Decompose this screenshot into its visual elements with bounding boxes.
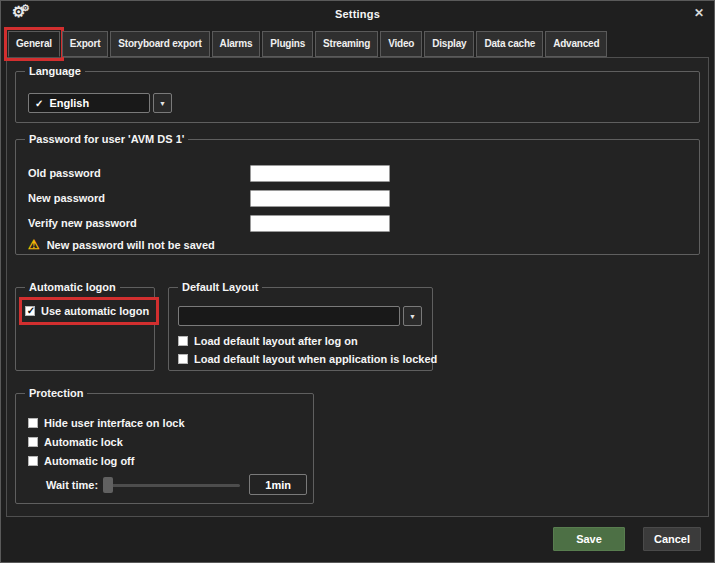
automatic-logoff-checkbox[interactable] <box>28 456 38 466</box>
chevron-down-icon: ▼ <box>159 100 166 107</box>
verify-password-row: Verify new password <box>28 213 699 233</box>
chevron-down-icon: ▼ <box>409 313 416 320</box>
default-layout-group-title: Default Layout <box>178 281 262 293</box>
general-tab-panel: Language ✓ English ▼ Password for user '… <box>6 57 709 517</box>
tab-strip: General Export Storyboard export Alarms … <box>8 31 607 57</box>
protection-group-title: Protection <box>25 387 87 399</box>
password-warning-text: New password will not be saved <box>47 239 215 251</box>
protection-group: Protection Hide user interface on lock A… <box>15 393 314 504</box>
load-layout-after-logon-row[interactable]: Load default layout after log on <box>178 335 432 347</box>
language-dropdown[interactable]: ✓ English ▼ <box>28 93 699 113</box>
password-group: Password for user 'AVM DS 1' Old passwor… <box>15 139 700 255</box>
tab-display[interactable]: Display <box>424 31 474 57</box>
new-password-row: New password <box>28 188 699 208</box>
hide-ui-on-lock-checkbox[interactable] <box>28 418 38 428</box>
wait-time-label: Wait time: <box>46 479 98 491</box>
default-layout-dropdown[interactable]: ▼ <box>178 306 432 326</box>
title-bar: ⚙⚙ Settings ✕ <box>1 1 714 29</box>
tab-streaming[interactable]: Streaming <box>315 31 378 57</box>
automatic-logoff-row[interactable]: Automatic log off <box>28 455 313 467</box>
automatic-lock-label: Automatic lock <box>44 436 123 448</box>
tab-video[interactable]: Video <box>380 31 422 57</box>
language-group-title: Language <box>25 65 85 77</box>
slider-handle[interactable] <box>103 477 113 493</box>
logon-layout-row: Automatic logon ✓ Use automatic logon De… <box>15 287 700 371</box>
language-group: Language ✓ English ▼ <box>15 71 700 123</box>
password-group-title: Password for user 'AVM DS 1' <box>25 133 188 145</box>
wait-time-row: Wait time: 1min <box>28 474 313 495</box>
old-password-field[interactable] <box>250 165 390 182</box>
automatic-logon-group-title: Automatic logon <box>25 281 120 293</box>
use-automatic-logon-label: Use automatic logon <box>41 305 149 317</box>
language-selected-label: English <box>49 97 89 109</box>
old-password-label: Old password <box>28 167 250 179</box>
save-button[interactable]: Save <box>553 527 625 551</box>
tab-data-cache[interactable]: Data cache <box>476 31 543 57</box>
settings-dialog: ⚙⚙ Settings ✕ General Export Storyboard … <box>0 0 715 563</box>
load-layout-when-locked-row[interactable]: Load default layout when application is … <box>178 353 432 365</box>
cancel-button[interactable]: Cancel <box>643 527 701 551</box>
checkmark-icon: ✓ <box>26 305 36 317</box>
use-automatic-logon-row[interactable]: ✓ Use automatic logon <box>25 305 149 317</box>
warning-icon: ⚠ <box>28 238 40 251</box>
checkmark-icon: ✓ <box>35 98 43 109</box>
load-layout-after-logon-label: Load default layout after log on <box>194 335 358 347</box>
password-warning: ⚠ New password will not be saved <box>28 238 699 251</box>
load-layout-when-locked-label: Load default layout when application is … <box>194 353 437 365</box>
footer-buttons: Save Cancel <box>553 527 701 551</box>
wait-time-value: 1min <box>249 474 307 495</box>
slider-track <box>103 484 240 487</box>
tab-general[interactable]: General <box>8 31 60 57</box>
automatic-lock-row[interactable]: Automatic lock <box>28 436 313 448</box>
tab-export[interactable]: Export <box>62 31 108 57</box>
language-dropdown-button[interactable]: ▼ <box>153 93 172 113</box>
tab-advanced[interactable]: Advanced <box>545 31 607 57</box>
automatic-logon-group: Automatic logon ✓ Use automatic logon <box>15 287 155 371</box>
language-dropdown-value[interactable]: ✓ English <box>28 93 150 113</box>
close-icon[interactable]: ✕ <box>694 7 704 19</box>
tab-alarms[interactable]: Alarms <box>212 31 261 57</box>
default-layout-dropdown-value[interactable] <box>178 306 400 326</box>
new-password-field[interactable] <box>250 190 390 207</box>
wait-time-slider[interactable] <box>103 477 240 493</box>
automatic-lock-checkbox[interactable] <box>28 437 38 447</box>
tab-storyboard-export[interactable]: Storyboard export <box>110 31 209 57</box>
verify-password-field[interactable] <box>250 215 390 232</box>
hide-ui-on-lock-label: Hide user interface on lock <box>44 417 185 429</box>
use-automatic-logon-highlight: ✓ Use automatic logon <box>19 297 159 325</box>
load-layout-when-locked-checkbox[interactable] <box>178 354 188 364</box>
default-layout-group: Default Layout ▼ Load default layout aft… <box>168 287 433 371</box>
old-password-row: Old password <box>28 163 699 183</box>
dialog-title: Settings <box>1 8 714 20</box>
use-automatic-logon-checkbox[interactable]: ✓ <box>25 306 35 316</box>
load-layout-after-logon-checkbox[interactable] <box>178 336 188 346</box>
new-password-label: New password <box>28 192 250 204</box>
automatic-logoff-label: Automatic log off <box>44 455 134 467</box>
verify-password-label: Verify new password <box>28 217 250 229</box>
hide-ui-on-lock-row[interactable]: Hide user interface on lock <box>28 417 313 429</box>
default-layout-dropdown-button[interactable]: ▼ <box>403 306 422 326</box>
tab-plugins[interactable]: Plugins <box>262 31 313 57</box>
